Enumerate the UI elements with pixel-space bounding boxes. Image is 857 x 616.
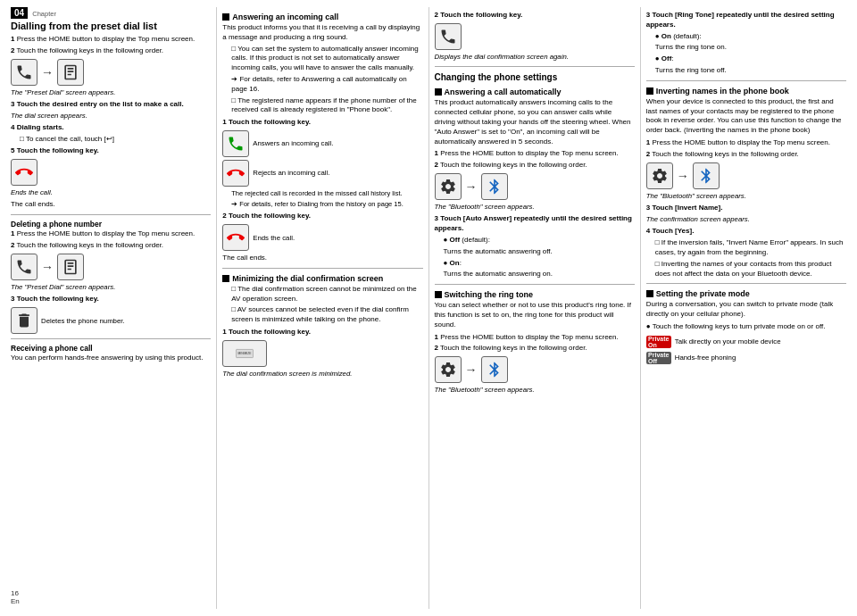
step4-num: 4 <box>11 123 14 131</box>
inv-step4-num: 4 <box>646 227 650 235</box>
bt-screen-appears3: The "Bluetooth" screen appears. <box>646 192 846 202</box>
minimize-bullet2: □ AV sources cannot be selected even if … <box>222 305 422 325</box>
chapter-number: 04 <box>11 7 28 19</box>
page-footer: 16 En <box>11 589 20 605</box>
step3-text: Touch the desired entry on the list to m… <box>17 100 184 108</box>
aa-on-desc: Turns the automatic answering on. <box>435 270 635 279</box>
inv-step3-num: 3 <box>646 204 650 212</box>
answering-bullet1: □ You can set the system to automaticall… <box>222 45 422 73</box>
black-square-icon <box>222 13 229 21</box>
del-step1-text: Press the HOME button to display the Top… <box>17 229 196 237</box>
arrow-icon3: → <box>465 179 478 194</box>
ends-call-desc: Ends the call. <box>11 188 211 198</box>
icon-row-col3 <box>435 23 635 50</box>
col2: Answering an incoming call This product … <box>217 7 428 609</box>
arrow-icon2: → <box>41 260 54 274</box>
phone-icon3 <box>435 23 462 50</box>
delete-section-title: Deleting a phone number <box>11 220 211 229</box>
icon-row-trash: Deletes the phone number. <box>11 307 211 334</box>
bluetooth-icon2 <box>481 356 508 383</box>
del-step2-num: 2 <box>11 241 14 249</box>
answering-title: Answering an incoming call <box>222 12 422 21</box>
chapter-label: Chapter <box>32 10 56 18</box>
minimize-title: Minimizing the dial confirmation screen <box>222 274 422 283</box>
divider6 <box>646 80 846 81</box>
call-ends-note: The call ends. <box>11 200 211 210</box>
black-square-icon2 <box>222 275 229 282</box>
invert-title: Inverting names in the phone book <box>646 87 846 96</box>
aa-step3-text: Touch [Auto Answer] repeatedly until the… <box>435 214 632 232</box>
minimize-icon: MINIMIZE <box>222 340 267 367</box>
icon-row-bt3: → <box>646 162 846 189</box>
icon-row-bt1: → <box>435 173 635 200</box>
private-on-label: PrivateOn <box>648 336 669 348</box>
private-instruction: ● Touch the following keys to turn priva… <box>646 322 846 332</box>
rt-off-label: ● Off: <box>646 54 846 64</box>
rt-step1-text: Press the HOME button to display the Top… <box>440 333 619 341</box>
history-note: ➔ For details, refer to Dialing from the… <box>222 200 422 209</box>
min-step1-num: 1 <box>222 328 226 336</box>
trash-icon <box>11 307 37 334</box>
divider1 <box>11 214 211 215</box>
answering-bullet2: ➔ For details, refer to Answering a call… <box>222 75 422 95</box>
min-step1-text: Touch the following key. <box>229 328 311 336</box>
rt-step3-text: Touch [Ring Tone] repeatedly until the d… <box>646 11 835 29</box>
aa-step2-num: 2 <box>435 161 438 169</box>
step1-text: Press the HOME button to display the Top… <box>17 35 196 43</box>
answering-bullet3: □ The registered name appears if the pho… <box>222 96 422 116</box>
page-number: 16 <box>11 589 19 597</box>
inv-step2-num: 2 <box>646 150 650 158</box>
receive-desc: You can perform hands-free answering by … <box>11 354 211 363</box>
phone-icon <box>11 59 37 86</box>
icon-row-reject: Rejects an incoming call. <box>222 160 422 187</box>
auto-answer-title: Answering a call automatically <box>435 87 635 96</box>
step3-num: 3 <box>11 100 14 108</box>
rt-step2-num: 2 <box>435 344 438 352</box>
divider5 <box>435 284 635 285</box>
book-icon <box>57 59 84 86</box>
auto-answer-desc: This product automatically answers incom… <box>435 98 635 146</box>
inv-step1-num: 1 <box>646 138 650 146</box>
book-icon2 <box>57 254 84 280</box>
ans-step2-num: 2 <box>222 212 226 220</box>
answer-desc: Answers an incoming call. <box>253 139 333 147</box>
preset-dial-appears2: The "Preset Dial" screen appears. <box>11 283 211 293</box>
settings-label: Changing the phone settings <box>435 72 558 82</box>
aa-step3-num: 3 <box>435 214 438 222</box>
icon-row-del: → <box>11 254 211 280</box>
ans-step2-text: Touch the following key. <box>229 212 311 220</box>
divider7 <box>646 283 846 284</box>
inv-confirm: The confirmation screen appears. <box>646 215 846 225</box>
private-label: Setting the private mode <box>656 289 750 298</box>
private-off-badge: PrivateOff <box>646 352 671 364</box>
end-call-icon <box>11 159 37 186</box>
aa-off-default: ● Off (default): <box>435 236 635 246</box>
icon-row-end2: Ends the call. <box>222 224 422 251</box>
invert-desc: When your device is connected to this pr… <box>646 97 846 136</box>
aa-step1-num: 1 <box>435 149 438 157</box>
settings-icon <box>435 173 462 200</box>
icon-row-dial: → <box>11 59 211 86</box>
minimize-bullet1: □ The dial confirmation screen cannot be… <box>222 285 422 304</box>
divider4 <box>435 66 635 67</box>
private-off-desc: Hands-free phoning <box>675 354 736 362</box>
inv-bullet2: □ Inverting the names of your contacts f… <box>646 260 846 279</box>
reject-desc: Rejects an incoming call. <box>253 169 329 177</box>
invert-label: Inverting names in the phone book <box>656 87 789 96</box>
step4-label: Dialing starts. <box>17 123 64 131</box>
private-on-row: PrivateOn Talk directly on your mobile d… <box>646 336 846 348</box>
dial-screen-appears: The dial screen appears. <box>11 112 211 121</box>
inv-step1-text: Press the HOME button to display the Top… <box>652 138 830 146</box>
page: 04 Chapter Dialling from the preset dial… <box>0 0 857 616</box>
settings-icon3 <box>646 162 673 189</box>
svg-text:MINIMIZE: MINIMIZE <box>238 352 253 355</box>
del-step3-num: 3 <box>11 295 14 303</box>
inv-bullet1: □ If the inversion fails, "Invert Name E… <box>646 238 846 258</box>
receive-section-title: Receiving a phone call <box>11 344 211 353</box>
aa-step2-text: Touch the following keys in the followin… <box>440 161 587 169</box>
rt-on-default: ● On (default): <box>646 32 846 42</box>
answer-call-icon <box>222 130 249 157</box>
ring-tone-label: Switching the ring tone <box>445 290 534 299</box>
black-square-icon4 <box>435 291 442 298</box>
aa-on-label: ● On: <box>435 259 635 269</box>
